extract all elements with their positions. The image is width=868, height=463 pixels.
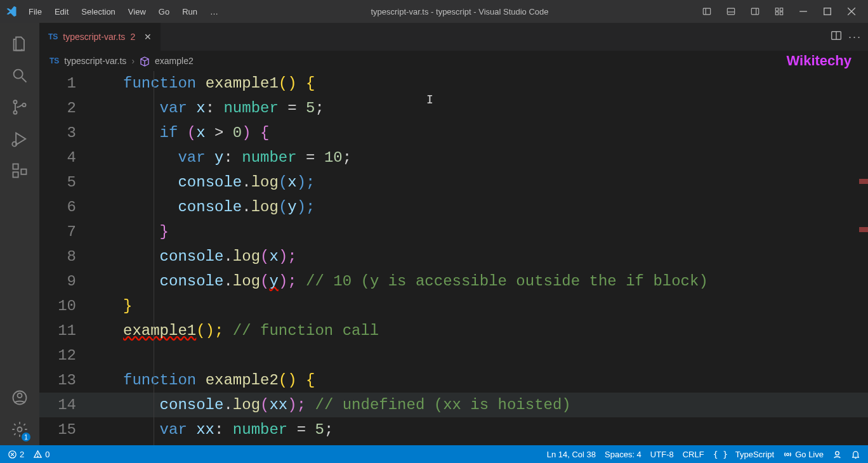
- svg-rect-9: [780, 12, 782, 15]
- menu-edit[interactable]: Edit: [49, 4, 74, 19]
- activity-account-icon[interactable]: [0, 382, 39, 414]
- svg-point-16: [13, 100, 16, 103]
- watermark-text: Wikitechy: [786, 53, 858, 69]
- svg-rect-0: [703, 8, 710, 15]
- menu-go[interactable]: Go: [153, 4, 175, 19]
- editor-area: TS typescript-var.ts 2 ✕ ··· TS typescri…: [39, 23, 868, 445]
- status-bell-icon[interactable]: [851, 450, 860, 459]
- line-number: 13: [39, 368, 100, 393]
- status-indent[interactable]: Spaces: 4: [605, 450, 641, 459]
- symbol-function-icon: [140, 55, 150, 66]
- svg-rect-8: [775, 12, 778, 15]
- svg-marker-19: [16, 133, 25, 145]
- title-right-controls: [695, 2, 863, 21]
- menu-bar: File Edit Selection View Go Run …: [23, 4, 224, 19]
- line-number: 6: [39, 195, 100, 219]
- window-maximize-button[interactable]: [816, 2, 839, 21]
- line-number: 7: [39, 219, 100, 244]
- menu-view[interactable]: View: [122, 4, 152, 19]
- activity-bar: 1: [0, 23, 39, 445]
- svg-point-33: [37, 456, 38, 457]
- line-number: 4: [39, 145, 100, 170]
- svg-rect-23: [21, 169, 26, 174]
- svg-line-15: [22, 78, 27, 82]
- text-cursor-icon: I: [426, 93, 433, 106]
- status-feedback-icon[interactable]: [832, 450, 842, 459]
- workbench: 1 TS typescript-var.ts 2 ✕ ··· TS typesc…: [0, 23, 868, 445]
- overview-ruler[interactable]: [859, 71, 868, 445]
- svg-point-18: [22, 103, 25, 107]
- svg-rect-4: [751, 8, 758, 15]
- activity-extensions-icon[interactable]: [0, 155, 39, 186]
- tab-typescript-var[interactable]: TS typescript-var.ts 2 ✕: [39, 23, 161, 51]
- svg-rect-11: [824, 8, 831, 15]
- chevron-right-icon: ›: [131, 56, 135, 66]
- window-title: typescript-var.ts - typescript - Visual …: [224, 7, 695, 16]
- activity-explorer-icon[interactable]: [0, 28, 39, 60]
- status-go-live[interactable]: Go Live: [783, 450, 824, 459]
- svg-rect-7: [780, 8, 782, 11]
- status-bar: 2 0 Ln 14, Col 38 Spaces: 4 UTF-8 CRLF {…: [0, 445, 868, 463]
- svg-point-26: [18, 427, 22, 432]
- tab-filename: typescript-var.ts: [63, 32, 125, 42]
- vscode-logo-icon: [0, 5, 23, 18]
- status-language[interactable]: { } TypeScript: [713, 450, 775, 459]
- window-minimize-button[interactable]: [792, 2, 815, 21]
- svg-point-14: [14, 70, 23, 79]
- menu-selection[interactable]: Selection: [76, 4, 121, 19]
- tab-close-icon[interactable]: ✕: [144, 32, 152, 42]
- svg-point-34: [787, 453, 789, 455]
- line-number: 12: [39, 343, 100, 368]
- menu-more[interactable]: …: [204, 4, 224, 19]
- svg-point-17: [13, 111, 16, 114]
- svg-rect-22: [13, 172, 18, 177]
- breadcrumb-symbol[interactable]: example2: [155, 56, 194, 66]
- layout-toggle-panel-bottom-icon[interactable]: [720, 2, 742, 21]
- activity-source-control-icon[interactable]: [0, 91, 39, 123]
- menu-run[interactable]: Run: [176, 4, 203, 19]
- editor[interactable]: I 1function example1() { 2 var x: number…: [39, 71, 868, 445]
- line-number: 11: [39, 318, 100, 343]
- editor-more-icon[interactable]: ···: [848, 30, 862, 44]
- status-errors[interactable]: 2: [8, 450, 24, 459]
- line-number: 9: [39, 269, 100, 294]
- line-number: 3: [39, 121, 100, 145]
- title-bar: File Edit Selection View Go Run … typesc…: [0, 0, 868, 23]
- ts-file-icon: TS: [48, 32, 58, 41]
- layout-customize-icon[interactable]: [768, 2, 791, 21]
- status-encoding[interactable]: UTF-8: [650, 450, 674, 459]
- tab-problem-count: 2: [130, 32, 135, 42]
- activity-search-icon[interactable]: [0, 60, 39, 91]
- menu-file[interactable]: File: [23, 4, 48, 19]
- line-number: 10: [39, 294, 100, 318]
- svg-point-25: [18, 393, 22, 398]
- layout-toggle-panel-left-icon[interactable]: [695, 2, 718, 21]
- svg-rect-21: [13, 164, 18, 169]
- settings-update-badge: 1: [22, 433, 30, 441]
- status-warnings[interactable]: 0: [33, 450, 49, 459]
- window-close-button[interactable]: [840, 2, 863, 21]
- line-number: 1: [39, 71, 100, 96]
- line-number: 5: [39, 170, 100, 195]
- editor-tabs: TS typescript-var.ts 2 ✕ ···: [39, 23, 868, 51]
- svg-rect-2: [727, 8, 734, 15]
- activity-settings-icon[interactable]: 1: [0, 414, 39, 445]
- svg-rect-6: [775, 8, 778, 11]
- layout-toggle-panel-right-icon[interactable]: [744, 2, 766, 21]
- breadcrumb-bar: TS typescript-var.ts › example2 Wikitech…: [39, 51, 868, 71]
- line-number: 8: [39, 244, 100, 269]
- ts-file-icon: TS: [49, 56, 59, 65]
- split-editor-icon[interactable]: [831, 30, 842, 44]
- breadcrumb-file[interactable]: typescript-var.ts: [64, 56, 126, 66]
- line-number: 15: [39, 417, 100, 442]
- activity-run-debug-icon[interactable]: [0, 123, 39, 155]
- status-eol[interactable]: CRLF: [683, 450, 704, 459]
- status-cursor-position[interactable]: Ln 14, Col 38: [547, 450, 596, 459]
- line-number: 14: [39, 393, 100, 417]
- svg-point-35: [836, 451, 839, 455]
- line-number: 2: [39, 96, 100, 121]
